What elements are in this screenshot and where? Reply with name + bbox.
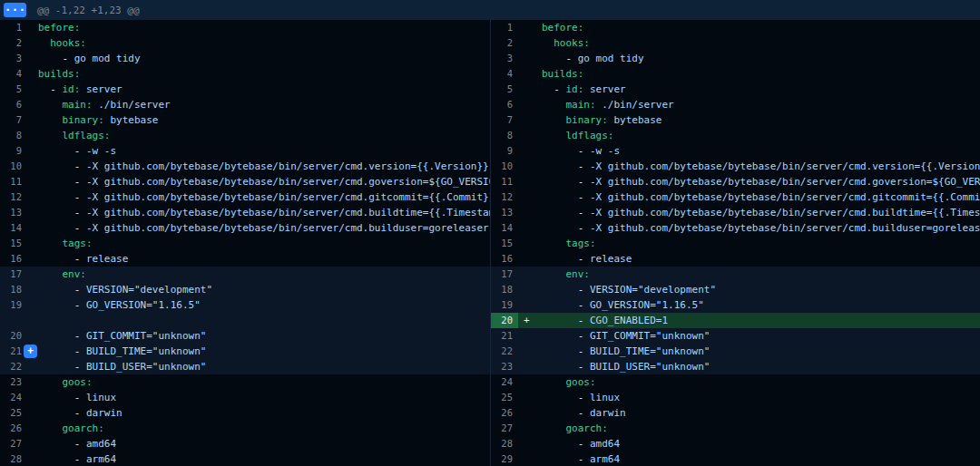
diff-row: 20 - GIT_COMMIT="unknown" (0, 328, 490, 344)
code-token: goarch: (566, 422, 608, 434)
line-marker (27, 20, 38, 35)
line-number[interactable]: 18 (491, 282, 518, 297)
code-token: ldflags: (566, 130, 614, 141)
code-line: main: ./bin/server (38, 97, 490, 112)
line-marker (518, 97, 542, 112)
line-number[interactable]: 2 (0, 35, 27, 51)
line-number[interactable]: 22 (491, 344, 518, 359)
line-number[interactable]: 4 (491, 66, 518, 82)
line-marker (27, 267, 38, 282)
code-token: tags: (566, 238, 596, 249)
code-token: - (542, 361, 590, 373)
code-line: builds: (542, 66, 980, 82)
code-token: GIT_COMMIT="unknown" (590, 330, 710, 342)
line-number[interactable]: 14 (491, 220, 518, 236)
code-line: - arm64 (38, 451, 490, 466)
line-number[interactable]: 28 (491, 436, 518, 451)
line-number[interactable]: 20 (491, 313, 518, 328)
line-number[interactable]: 4 (0, 66, 27, 82)
code-token: - (542, 53, 578, 64)
line-number[interactable]: 17 (491, 267, 518, 282)
line-number[interactable]: 11 (491, 174, 518, 189)
line-number[interactable]: 9 (0, 143, 27, 159)
line-number[interactable]: 13 (491, 205, 518, 220)
line-number[interactable]: 8 (0, 128, 27, 143)
line-number[interactable]: 1 (0, 20, 27, 35)
line-number[interactable]: 10 (491, 159, 518, 174)
diff-row: 1before: (0, 20, 490, 35)
code-token: VERSION="development" (86, 284, 212, 296)
code-token: - (542, 83, 566, 95)
line-number[interactable]: 24 (0, 390, 27, 405)
line-number[interactable]: 2 (491, 35, 518, 51)
code-token (38, 268, 63, 280)
code-line: - VERSION="development" (38, 282, 490, 297)
line-number[interactable]: 23 (491, 359, 518, 374)
line-number[interactable]: 29 (491, 451, 518, 466)
code-line: - id: server (38, 82, 490, 97)
expand-diff-button[interactable]: ··· (4, 3, 26, 17)
line-number[interactable]: 26 (491, 405, 518, 421)
code-line: goarch: (38, 421, 490, 436)
line-number[interactable]: 6 (491, 97, 518, 112)
line-number[interactable]: 6 (0, 97, 27, 112)
line-number[interactable]: 5 (0, 82, 27, 97)
line-number[interactable]: 7 (491, 112, 518, 128)
line-number[interactable]: 11 (0, 174, 27, 189)
line-number[interactable]: 5 (491, 82, 518, 97)
line-marker (518, 159, 542, 174)
code-token: - (542, 284, 590, 296)
code-line: - -X github.com/bytebase/bytebase/bin/se… (38, 220, 490, 236)
line-number[interactable]: 27 (0, 436, 27, 451)
line-marker (518, 421, 542, 436)
line-number[interactable]: 22 (0, 359, 27, 374)
split-diff-panes: 1before:2 hooks:3 - go mod tidy4builds:5… (0, 20, 980, 466)
line-number[interactable]: 8 (491, 128, 518, 143)
line-number[interactable]: 15 (0, 236, 27, 251)
line-number[interactable]: 14 (0, 220, 27, 236)
line-number[interactable]: 26 (0, 421, 27, 436)
line-number[interactable]: 24 (491, 374, 518, 390)
line-marker (27, 374, 38, 390)
code-line: - -X github.com/bytebase/bytebase/bin/se… (542, 159, 980, 174)
line-marker (27, 220, 38, 236)
line-number[interactable]: 21 (491, 328, 518, 344)
line-number[interactable]: 3 (0, 51, 27, 66)
code-token: hooks: (50, 37, 86, 49)
line-number[interactable]: 3 (491, 51, 518, 66)
line-number[interactable]: 12 (491, 189, 518, 205)
code-token: amd64 (86, 438, 116, 450)
line-marker (27, 66, 38, 82)
line-number[interactable]: 16 (0, 251, 27, 267)
add-comment-button[interactable]: + (24, 345, 37, 358)
line-number[interactable]: 10 (0, 159, 27, 174)
line-number[interactable]: 16 (491, 251, 518, 267)
line-number[interactable]: 28 (0, 451, 27, 466)
line-number[interactable]: 17 (0, 267, 27, 282)
line-number[interactable]: 15 (491, 236, 518, 251)
diff-row: 3 - go mod tidy (0, 51, 490, 66)
line-number[interactable]: 7 (0, 112, 27, 128)
code-line: goos: (542, 374, 980, 390)
line-number[interactable]: 18 (0, 282, 27, 297)
line-number[interactable]: 19 (0, 297, 27, 313)
line-marker (518, 205, 542, 220)
line-number[interactable]: 23 (0, 374, 27, 390)
line-marker (518, 174, 542, 189)
line-number[interactable]: 9 (491, 143, 518, 159)
line-number[interactable]: 13 (0, 205, 27, 220)
code-line: - -w -s (542, 143, 980, 159)
diff-row: 24 goos: (491, 374, 980, 390)
line-number[interactable]: 25 (491, 390, 518, 405)
code-token: - (38, 207, 86, 218)
line-number[interactable]: 19 (491, 297, 518, 313)
line-number[interactable]: 27 (491, 421, 518, 436)
line-marker (27, 51, 38, 66)
line-number[interactable]: 25 (0, 405, 27, 421)
line-number[interactable]: 20 (0, 328, 27, 344)
line-number[interactable]: 12 (0, 189, 27, 205)
code-token (542, 268, 566, 280)
code-token: GO_VERSION="1.16.5" (590, 299, 704, 311)
code-token: arm64 (86, 453, 116, 465)
line-number[interactable]: 1 (491, 20, 518, 35)
